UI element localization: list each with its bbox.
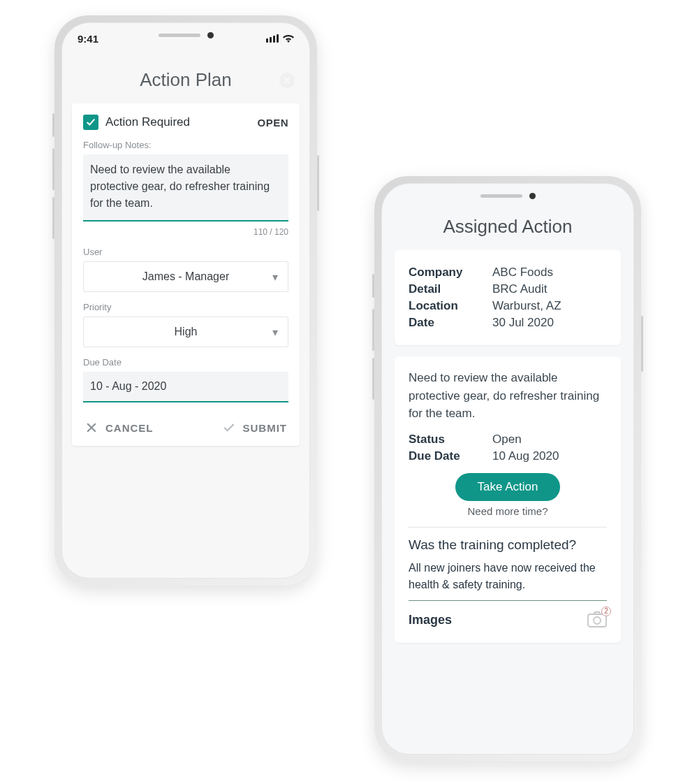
- due-date-input[interactable]: [83, 372, 288, 402]
- status-icons: [266, 34, 294, 43]
- answer-text[interactable]: All new joiners have now received the he…: [409, 560, 607, 601]
- wifi-icon: [283, 34, 294, 43]
- images-label: Images: [409, 613, 452, 627]
- close-icon: [85, 421, 98, 435]
- cancel-button-label: CANCEL: [105, 422, 154, 434]
- check-icon: [86, 117, 96, 127]
- assignment-info-card: CompanyABC Foods DetailBRC Audit Locatio…: [395, 250, 621, 345]
- screen-header: Action Plan: [62, 54, 309, 103]
- date-value: 30 Jul 2020: [492, 316, 554, 330]
- image-count-badge: 2: [601, 607, 611, 616]
- close-icon[interactable]: [279, 72, 295, 89]
- cancel-button[interactable]: CANCEL: [85, 421, 154, 435]
- detail-key: Detail: [409, 282, 492, 296]
- take-action-button[interactable]: Take Action: [455, 473, 561, 501]
- location-value: Warburst, AZ: [492, 299, 561, 313]
- priority-label: Priority: [83, 302, 288, 312]
- notes-label: Follow-up Notes:: [83, 140, 288, 150]
- date-key: Date: [409, 316, 492, 330]
- status-time: 9:41: [78, 33, 98, 45]
- action-required-label: Action Required: [105, 115, 190, 129]
- phone-mockup-assigned-action: Assigned Action CompanyABC Foods DetailB…: [374, 176, 641, 762]
- chevron-down-icon: ▾: [272, 270, 278, 284]
- priority-select-value: High: [175, 326, 198, 338]
- chevron-down-icon: ▾: [272, 326, 278, 339]
- action-detail-card: Need to review the available protective …: [395, 356, 621, 643]
- phone-notch: [140, 29, 231, 41]
- status-value: Open: [492, 433, 522, 447]
- page-title: Action Plan: [140, 69, 232, 91]
- due-date-label: Due Date: [83, 357, 288, 368]
- question-text: Was the training completed?: [409, 537, 607, 553]
- location-key: Location: [409, 299, 492, 313]
- company-value: ABC Foods: [492, 266, 553, 280]
- submit-button-label: SUBMIT: [243, 422, 288, 434]
- notes-input[interactable]: Need to review the available protective …: [83, 154, 288, 222]
- phone-mockup-action-plan: 9:41 Action Plan Action Required: [54, 15, 317, 586]
- notes-counter: 110 / 120: [83, 227, 288, 237]
- user-label: User: [83, 247, 288, 257]
- need-more-time-link[interactable]: Need more time?: [409, 505, 607, 517]
- camera-button[interactable]: 2: [587, 611, 607, 630]
- signal-icon: [266, 34, 279, 43]
- submit-button[interactable]: SUBMIT: [222, 421, 288, 435]
- status-badge: OPEN: [257, 117, 288, 129]
- action-description: Need to review the available protective …: [409, 369, 607, 423]
- due-key: Due Date: [409, 449, 492, 463]
- user-select[interactable]: James - Manager ▾: [83, 261, 288, 292]
- priority-select[interactable]: High ▾: [83, 317, 288, 347]
- status-key: Status: [409, 433, 492, 447]
- page-title: Assigned Action: [382, 216, 633, 238]
- svg-point-2: [594, 617, 601, 624]
- user-select-value: James - Manager: [142, 270, 230, 283]
- due-value: 10 Aug 2020: [492, 449, 559, 463]
- action-required-checkbox[interactable]: [83, 115, 98, 130]
- check-icon: [222, 421, 236, 435]
- divider: [409, 527, 607, 528]
- detail-value: BRC Audit: [492, 282, 547, 296]
- action-plan-card: Action Required OPEN Follow-up Notes: Ne…: [72, 103, 300, 446]
- company-key: Company: [409, 266, 492, 280]
- phone-notch: [462, 189, 553, 202]
